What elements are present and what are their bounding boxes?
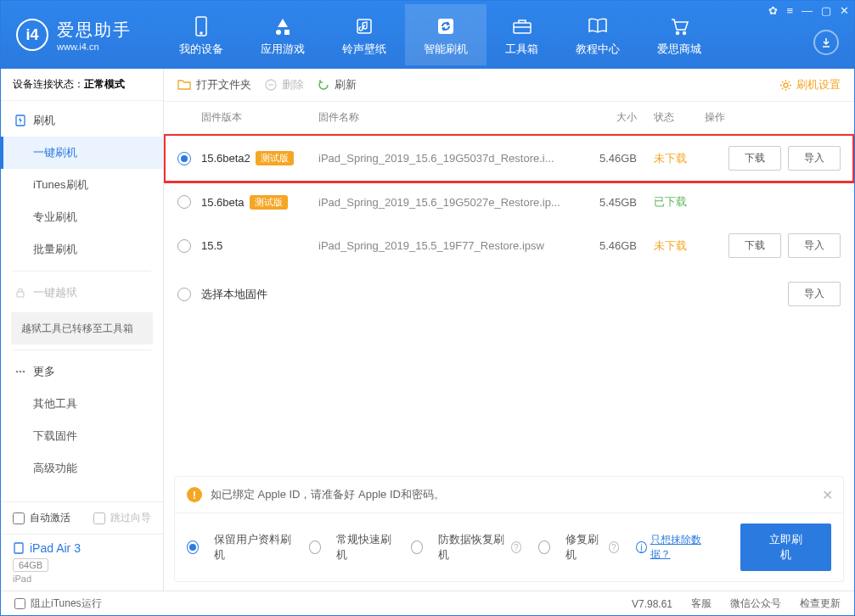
skin-icon[interactable]: ✿: [768, 4, 778, 17]
svg-point-7: [677, 32, 679, 35]
auto-activate-row: 自动激活 跳过向导: [1, 502, 163, 534]
table-header: 固件版本 固件名称 大小 状态 操作: [164, 102, 854, 134]
folder-icon: [177, 79, 191, 91]
close-icon[interactable]: ✕: [840, 4, 849, 17]
apps-icon: [273, 16, 293, 36]
svg-point-13: [23, 371, 25, 373]
nav-apps[interactable]: 应用游戏: [242, 4, 323, 65]
device-type: iPad: [13, 574, 151, 584]
firmware-row[interactable]: 15.6beta测试版 iPad_Spring_2019_15.6_19G502…: [164, 182, 854, 221]
block-itunes-checkbox[interactable]: [14, 598, 25, 609]
row-radio[interactable]: [177, 288, 191, 301]
nav-ringtones[interactable]: 铃声壁纸: [323, 4, 405, 65]
help-icon[interactable]: ?: [609, 541, 619, 553]
opt-keep-data[interactable]: 保留用户资料刷机: [187, 532, 292, 563]
download-button[interactable]: 下载: [728, 146, 781, 171]
svg-point-12: [20, 371, 22, 373]
row-radio[interactable]: [177, 152, 191, 165]
firmware-table: 15.6beta2测试版 iPad_Spring_2019_15.6_19G50…: [164, 134, 854, 476]
lock-icon: [14, 287, 26, 299]
beta-tag: 测试版: [256, 151, 294, 165]
more-icon: [14, 366, 26, 378]
svg-rect-10: [17, 292, 24, 297]
device-info: iPad Air 3 64GB iPad: [1, 534, 163, 591]
download-indicator-icon[interactable]: [813, 30, 839, 55]
close-notice-button[interactable]: ✕: [822, 487, 833, 503]
erase-link[interactable]: i只想抹除数据？: [636, 533, 713, 562]
svg-rect-6: [514, 23, 531, 33]
svg-point-11: [16, 371, 19, 373]
logo: i4 爱思助手 www.i4.cn: [16, 19, 160, 52]
svg-point-8: [683, 32, 686, 35]
sidebar-pro-flash[interactable]: 专业刷机: [1, 201, 163, 233]
auto-activate-checkbox[interactable]: [13, 512, 25, 524]
check-update-link[interactable]: 检查更新: [800, 596, 841, 611]
sidebar-advanced[interactable]: 高级功能: [1, 452, 163, 484]
flash-options: 保留用户资料刷机 常规快速刷机 防数据恢复刷机? 修复刷机? i只想抹除数据？ …: [175, 513, 843, 581]
opt-repair[interactable]: 修复刷机?: [538, 532, 619, 563]
warning-icon: !: [187, 487, 202, 502]
download-button[interactable]: 下载: [728, 233, 781, 258]
tablet-icon: [13, 542, 25, 554]
app-header: i4 爱思助手 www.i4.cn 我的设备 应用游戏 铃声壁纸 智能刷机 工具…: [1, 1, 854, 69]
wechat-link[interactable]: 微信公众号: [730, 596, 781, 611]
sidebar-download-fw[interactable]: 下载固件: [1, 420, 163, 452]
svg-rect-14: [14, 543, 23, 553]
nav-toolbox[interactable]: 工具箱: [487, 4, 557, 65]
delete-button[interactable]: 删除: [265, 77, 304, 92]
maximize-icon[interactable]: ▢: [821, 4, 831, 17]
flash-icon: [14, 115, 26, 126]
opt-normal[interactable]: 常规快速刷机: [309, 532, 394, 563]
col-status: 状态: [637, 110, 705, 125]
svg-point-16: [784, 83, 788, 87]
import-button[interactable]: 导入: [788, 282, 841, 306]
firmware-name: iPad_Spring_2019_15.6_19G5037d_Restore.i…: [318, 152, 569, 165]
device-name[interactable]: iPad Air 3: [13, 541, 151, 555]
window-controls: ✿ ≡ — ▢ ✕: [768, 4, 849, 17]
toolbox-icon: [512, 16, 532, 36]
toolbar: 打开文件夹 删除 刷新 刷机设置: [164, 69, 854, 102]
sidebar-oneclick-flash[interactable]: 一键刷机: [1, 137, 163, 169]
sidebar-itunes-flash[interactable]: iTunes刷机: [1, 169, 163, 201]
flash-now-button[interactable]: 立即刷机: [740, 524, 831, 571]
info-icon: i: [636, 541, 647, 553]
support-link[interactable]: 客服: [691, 596, 712, 611]
logo-icon: i4: [16, 19, 48, 51]
svg-point-2: [276, 30, 281, 35]
firmware-row[interactable]: 15.5 iPad_Spring_2019_15.5_19F77_Restore…: [164, 221, 854, 270]
menu-icon[interactable]: ≡: [786, 4, 793, 17]
col-ops: 操作: [705, 110, 841, 125]
svg-rect-3: [284, 30, 290, 35]
nav-store[interactable]: 爱思商城: [638, 4, 720, 65]
local-firmware-row[interactable]: 选择本地固件 导入: [164, 270, 854, 318]
nav-tutorials[interactable]: 教程中心: [557, 4, 638, 65]
help-icon[interactable]: ?: [511, 541, 521, 553]
book-icon: [588, 16, 608, 36]
device-status: 设备连接状态：正常模式: [1, 69, 163, 101]
import-button[interactable]: 导入: [788, 146, 841, 171]
row-radio[interactable]: [177, 239, 191, 253]
opt-anti-recovery[interactable]: 防数据恢复刷机?: [411, 532, 521, 563]
firmware-name: iPad_Spring_2019_15.6_19G5027e_Restore.i…: [318, 196, 569, 209]
import-button[interactable]: 导入: [788, 233, 841, 258]
row-radio[interactable]: [177, 195, 191, 209]
minimize-icon[interactable]: —: [802, 4, 813, 17]
firmware-name: iPad_Spring_2019_15.5_19F77_Restore.ipsw: [318, 239, 569, 252]
firmware-size: 5.46GB: [569, 239, 637, 252]
firmware-row[interactable]: 15.6beta2测试版 iPad_Spring_2019_15.6_19G50…: [164, 134, 854, 182]
svg-rect-5: [438, 19, 453, 34]
sidebar-more[interactable]: 更多: [1, 356, 163, 388]
sidebar-batch-flash[interactable]: 批量刷机: [1, 233, 163, 266]
refresh-button[interactable]: 刷新: [318, 77, 357, 92]
version-label: V7.98.61: [632, 598, 672, 610]
sidebar-other-tools[interactable]: 其他工具: [1, 388, 163, 420]
skip-guide-checkbox[interactable]: [93, 512, 105, 524]
app-title: 爱思助手: [57, 19, 132, 42]
device-capacity: 64GB: [13, 558, 48, 572]
flash-settings-button[interactable]: 刷机设置: [779, 77, 841, 92]
firmware-status: 已下载: [637, 194, 705, 210]
open-folder-button[interactable]: 打开文件夹: [177, 77, 251, 92]
sidebar-flash[interactable]: 刷机: [1, 104, 163, 137]
nav-flash[interactable]: 智能刷机: [405, 4, 487, 65]
nav-my-device[interactable]: 我的设备: [160, 4, 242, 65]
